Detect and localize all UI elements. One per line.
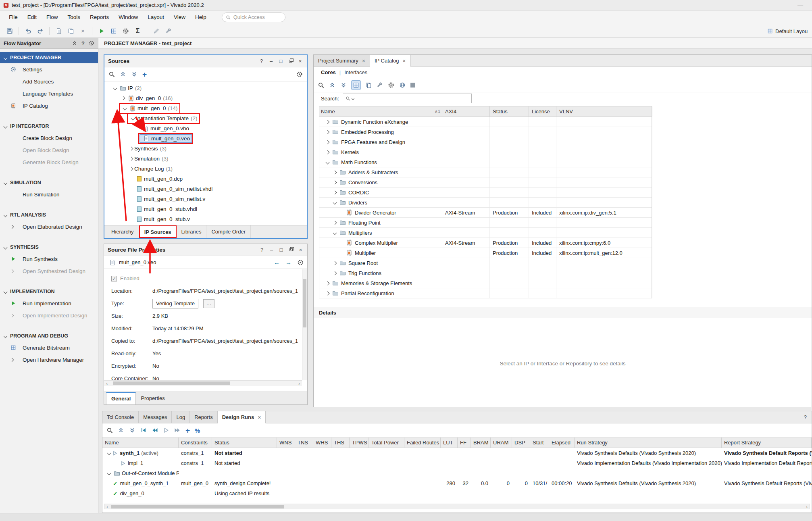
catalog-row-complex-multiplier[interactable]: Complex Multiplier AXI4-Stream Productio… (319, 238, 652, 248)
chevron-right-icon[interactable] (10, 358, 14, 362)
menu-flow[interactable]: Flow (42, 10, 63, 24)
catalog-row-trig-functions[interactable]: Trig Functions (319, 268, 652, 278)
sidebar-item-run-implementation[interactable]: Run Implementation (0, 297, 98, 309)
chevron-right-icon[interactable] (10, 225, 14, 229)
horizontal-scrollbar[interactable]: ‹ › (104, 504, 810, 509)
expander-icon[interactable] (333, 271, 337, 275)
scroll-right-icon[interactable]: › (804, 504, 810, 510)
tab-tcl-console[interactable]: Tcl Console (102, 411, 139, 423)
expand-all-icon[interactable] (129, 427, 135, 433)
column-header-total-power[interactable]: Total Power (369, 438, 404, 448)
tree-item-mult-gen-0-vho[interactable]: mult_gen_0.vho (104, 123, 307, 133)
search-icon[interactable] (318, 82, 324, 88)
expander-icon[interactable] (107, 451, 111, 455)
expander-icon[interactable] (129, 147, 133, 151)
close-icon[interactable]: × (297, 58, 303, 65)
tree-item-mult-gen-0-dcp[interactable]: mult_gen_0.dcp (104, 174, 307, 184)
reset-runs-icon[interactable] (140, 427, 147, 433)
chevron-right-icon[interactable] (10, 269, 14, 273)
sidebar-item-generate-bitstream[interactable]: Generate Bitstream (0, 342, 98, 354)
float-icon[interactable] (287, 58, 294, 65)
maximize-icon[interactable]: □ (278, 58, 284, 65)
column-header-axi4[interactable]: AXI4 (442, 106, 490, 117)
sum-icon[interactable]: Σ (132, 26, 143, 36)
tree-item-stub-v[interactable]: mult_gen_0_stub.v (104, 214, 307, 224)
expander-icon[interactable] (121, 96, 125, 100)
report-icon[interactable] (53, 26, 64, 36)
minimize-icon[interactable]: – (268, 58, 274, 65)
launch-run-icon[interactable] (163, 427, 169, 433)
sidebar-item-settings[interactable]: Settings (0, 63, 98, 75)
tab-project-summary[interactable]: Project Summary × (314, 55, 370, 67)
enabled-checkbox[interactable]: ✓ (111, 276, 117, 281)
expander-icon[interactable] (107, 471, 111, 475)
scroll-left-icon[interactable]: ‹ (104, 504, 110, 510)
sidebar-item-add-sources[interactable]: Add Sources (0, 75, 98, 88)
tree-item-ip[interactable]: IP (2) (104, 83, 307, 93)
sidebar-section-rtl-analysis[interactable]: RTL ANALYSIS (0, 209, 98, 221)
redo-icon[interactable] (35, 26, 46, 36)
wrench-icon[interactable] (163, 26, 174, 36)
tree-item-sim-netlist-vhdl[interactable]: mult_gen_0_sim_netlist.vhdl (104, 184, 307, 194)
catalog-row-kernels[interactable]: Kernels (319, 147, 652, 157)
sidebar-section-synthesis[interactable]: SYNTHESIS (0, 242, 98, 253)
column-header-uram[interactable]: URAM (491, 438, 512, 448)
vertical-scrollbar[interactable] (302, 269, 307, 380)
save-icon[interactable] (4, 26, 15, 36)
tab-ip-catalog[interactable]: IP Catalog × (370, 55, 411, 67)
create-run-icon[interactable]: + (185, 427, 190, 434)
close-icon[interactable]: × (402, 58, 406, 64)
help-icon[interactable]: ? (259, 246, 265, 254)
close-icon[interactable]: × (362, 58, 365, 64)
search-icon[interactable] (106, 427, 113, 433)
search-icon[interactable] (108, 71, 115, 77)
default-layout-button[interactable]: Default Layou (763, 25, 812, 37)
collapse-all-icon[interactable] (72, 40, 77, 46)
sidebar-section-program-and-debug[interactable]: PROGRAM AND DEBUG (0, 330, 98, 342)
minimize-icon[interactable]: – (269, 246, 275, 254)
tree-item-mult-gen-0-veo[interactable]: mult_gen_0.veo (104, 133, 307, 144)
expander-icon[interactable] (123, 106, 127, 110)
column-header-name[interactable]: Name ∧1 (319, 106, 442, 117)
expand-all-icon[interactable] (340, 82, 347, 88)
expander-icon[interactable] (333, 231, 337, 235)
expander-icon[interactable] (325, 291, 329, 295)
column-header-report-strategy[interactable]: Report Strategy (722, 438, 812, 448)
tree-item-div-gen-0[interactable]: div_gen_0 (16) (104, 93, 307, 103)
tree-item-change-log[interactable]: Change Log (1) (104, 164, 307, 174)
globe-icon[interactable] (399, 82, 406, 88)
tree-item-stub-vhdl[interactable]: mult_gen_0_stub.vhdl (104, 204, 307, 214)
tab-properties[interactable]: Properties (136, 392, 170, 404)
edit-icon[interactable] (151, 26, 162, 36)
catalog-row-dynamic-function-exchange[interactable]: Dynamic Function eXchange (319, 117, 652, 127)
catalog-row-fpga-features[interactable]: FPGA Features and Design (319, 137, 652, 147)
column-header-start[interactable]: Start (530, 438, 549, 448)
column-header-constraints[interactable]: Constraints (179, 438, 212, 448)
minimize-window-icon[interactable]: — (797, 2, 809, 8)
gear-icon[interactable] (296, 71, 303, 77)
copy-icon[interactable] (365, 82, 372, 88)
copy-icon[interactable] (65, 26, 76, 36)
expander-icon[interactable] (325, 120, 329, 124)
column-header-dsp[interactable]: DSP (512, 438, 530, 448)
float-icon[interactable] (288, 246, 294, 254)
catalog-row-dividers[interactable]: Dividers (319, 198, 652, 208)
expander-icon[interactable] (333, 190, 337, 194)
back-arrow-icon[interactable]: ← (274, 259, 280, 266)
catalog-row-multiplier[interactable]: Multiplier Production Included xilinx.co… (319, 248, 652, 258)
catalog-row-adders-subtracters[interactable]: Adders & Subtracters (319, 167, 652, 177)
run-icon[interactable] (96, 26, 107, 36)
run-row-out-of-context[interactable]: Out-of-Context Module Runs (102, 468, 812, 478)
step-forward-icon[interactable] (174, 427, 181, 433)
scrollbar-thumb[interactable] (303, 279, 306, 327)
sidebar-item-open-implemented-design[interactable]: Open Implemented Design (0, 309, 98, 321)
chevron-right-icon[interactable] (10, 313, 14, 317)
sidebar-section-simulation[interactable]: SIMULATION (0, 177, 98, 188)
maximize-icon[interactable]: □ (278, 246, 284, 254)
properties-panel-titlebar[interactable]: Source File Properties ? – □ × (104, 244, 307, 256)
expand-all-icon[interactable] (131, 71, 137, 77)
column-header-license[interactable]: License (529, 106, 556, 117)
collapse-all-icon[interactable] (118, 427, 124, 433)
sidebar-item-run-synthesis[interactable]: Run Synthesis (0, 253, 98, 265)
tab-hierarchy[interactable]: Hierarchy (106, 225, 139, 238)
